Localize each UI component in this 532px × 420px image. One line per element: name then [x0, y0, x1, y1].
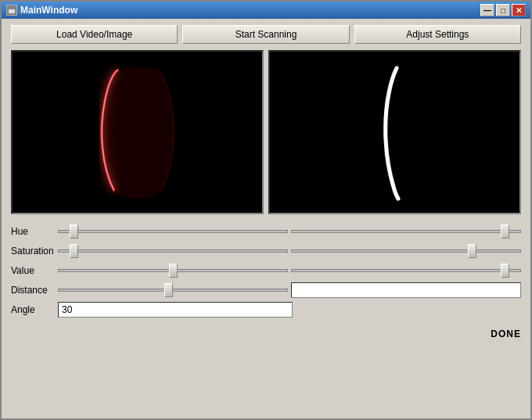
value-slider-left[interactable] [58, 263, 288, 278]
minimize-button[interactable]: — [480, 4, 494, 16]
saturation-label: Saturation [11, 246, 58, 257]
done-row: DONE [11, 327, 521, 339]
hue-slider-left[interactable] [58, 224, 288, 239]
toolbar: Load Video/Image Start Scanning Adjust S… [11, 25, 521, 44]
distance-slider[interactable] [58, 282, 288, 298]
hue-label: Hue [11, 226, 58, 237]
angle-input-container [58, 302, 293, 318]
hue-slider-left-container [58, 224, 288, 239]
distance-slider-container [58, 282, 288, 298]
window-icon [6, 5, 17, 16]
value-row: Value [11, 263, 521, 278]
close-button[interactable]: ✕ [512, 4, 526, 16]
hue-sliders [58, 224, 521, 239]
load-video-button[interactable]: Load Video/Image [11, 25, 178, 44]
hue-row: Hue [11, 224, 521, 239]
svg-rect-1 [9, 7, 15, 9]
right-preview-panel [268, 50, 521, 214]
value-slider-right-container [291, 263, 521, 278]
distance-label: Distance [11, 285, 58, 296]
value-sliders [58, 263, 521, 278]
adjust-settings-button[interactable]: Adjust Settings [354, 25, 521, 44]
window-controls: — □ ✕ [480, 4, 526, 16]
saturation-slider-left-container [58, 243, 288, 259]
title-bar: MainWindow — □ ✕ [2, 2, 530, 19]
distance-input-container [291, 282, 521, 298]
angle-input[interactable] [58, 302, 293, 318]
angle-row: Angle [11, 302, 521, 318]
distance-sliders [58, 282, 521, 298]
saturation-row: Saturation [11, 243, 521, 259]
done-button[interactable]: DONE [491, 328, 521, 339]
window-body: Load Video/Image Start Scanning Adjust S… [2, 19, 530, 418]
saturation-slider-right[interactable] [291, 243, 521, 259]
vase-visualization [75, 62, 200, 203]
start-scanning-button[interactable]: Start Scanning [182, 25, 349, 44]
processed-visualization [332, 62, 458, 203]
distance-input[interactable] [291, 282, 521, 298]
angle-label: Angle [11, 304, 58, 315]
hue-slider-right-container [291, 224, 521, 239]
hue-slider-right[interactable] [291, 224, 521, 239]
saturation-sliders [58, 243, 521, 259]
value-slider-right[interactable] [291, 263, 521, 278]
window-title: MainWindow [20, 5, 480, 16]
value-slider-left-container [58, 263, 288, 278]
distance-row: Distance [11, 282, 521, 298]
left-preview-panel [11, 50, 264, 214]
preview-area [11, 50, 521, 214]
value-label: Value [11, 265, 58, 276]
saturation-slider-left[interactable] [58, 243, 288, 259]
controls-area: Hue Saturation [11, 221, 521, 321]
saturation-slider-right-container [291, 243, 521, 259]
maximize-button[interactable]: □ [496, 4, 510, 16]
main-window: MainWindow — □ ✕ Load Video/Image Start … [0, 0, 532, 420]
